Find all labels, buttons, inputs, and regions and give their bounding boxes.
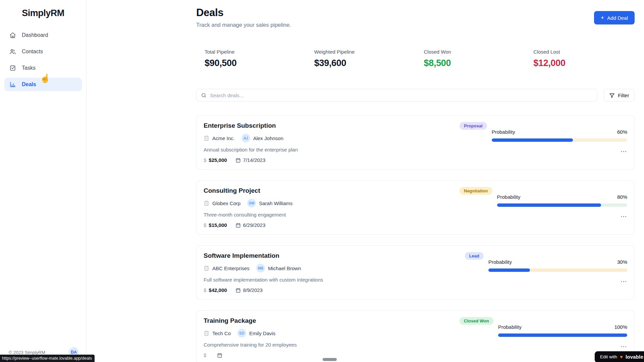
deal-card[interactable]: Training Package Tech Co ED Emily Davis … (196, 310, 635, 362)
deal-contact: Emily Davis (249, 330, 275, 336)
deal-amount: $42,000 (209, 287, 227, 293)
filter-icon (609, 93, 615, 98)
stage-badge: Negotiation (460, 187, 492, 195)
sidebar-item-label: Contacts (22, 49, 43, 55)
edit-with-lovable-badge[interactable]: Edit with ♥ lovable (595, 351, 644, 362)
heart-icon: ♥ (620, 354, 623, 360)
search-input[interactable] (210, 93, 593, 98)
deal-card[interactable]: Software Implementation ABC Enterprises … (196, 245, 635, 300)
status-bar-url: https://preview--userflow-mate.lovable.a… (0, 355, 95, 362)
probability-bar-fill (498, 334, 627, 337)
more-options-icon[interactable]: ⋯ (488, 278, 627, 285)
deal-contact: Michael Brown (268, 265, 301, 271)
lovable-brand-label: lovable (626, 354, 643, 360)
sidebar-item-dashboard[interactable]: Dashboard (4, 28, 82, 42)
contact-avatar: AJ (241, 134, 250, 142)
dollar-icon: $ (204, 352, 206, 358)
page-title: Deals (196, 7, 291, 19)
deal-description: Three-month consulting engagement (204, 212, 292, 218)
stat-closed-won: Closed Won $8,500 (416, 49, 525, 68)
deal-description: Comprehensive training for 20 employees (204, 342, 297, 348)
sidebar-item-label: Tasks (22, 65, 36, 71)
probability-value: 100% (614, 324, 627, 330)
deal-card[interactable]: Consulting Project Globex Corp SW Sarah … (196, 180, 635, 235)
deal-contact: Alex Johnson (253, 135, 283, 141)
stat-value: $12,000 (533, 58, 635, 68)
building-icon (204, 265, 209, 271)
app-logo: SimplyRM (0, 8, 86, 18)
toolbar: Filter (196, 89, 635, 102)
probability-label: Probability (488, 259, 512, 265)
dollar-icon: $ (204, 222, 206, 228)
deal-date: 6/29/2023 (243, 222, 266, 228)
probability-bar-fill (492, 138, 573, 142)
horizontal-scrollbar-thumb[interactable] (323, 358, 337, 361)
probability-label: Probability (497, 194, 521, 200)
stat-label: Closed Lost (533, 49, 635, 55)
sidebar-nav: Dashboard Contacts Tasks Deals (0, 28, 86, 91)
probability-bar-fill (488, 268, 530, 272)
probability-bar (498, 334, 627, 337)
edit-with-label: Edit with (600, 354, 617, 359)
dollar-icon: $ (204, 287, 206, 293)
probability-label: Probability (498, 324, 522, 330)
stat-label: Closed Won (424, 49, 525, 55)
deal-company: Tech Co (212, 330, 231, 336)
probability-bar (488, 268, 627, 272)
sidebar-item-tasks[interactable]: Tasks (4, 61, 82, 75)
sidebar-item-contacts[interactable]: Contacts (4, 45, 82, 58)
probability-bar (497, 203, 628, 207)
more-options-icon[interactable]: ⋯ (492, 148, 627, 155)
stat-label: Weighted Pipeline (314, 49, 416, 55)
bar-chart-icon (9, 81, 16, 88)
main-area: Deals Track and manage your sales pipeli… (87, 0, 644, 362)
deal-company: Acme Inc. (212, 135, 235, 141)
stat-value: $39,600 (314, 58, 416, 68)
building-icon (204, 330, 209, 336)
stat-value: $8,500 (424, 58, 525, 68)
stat-weighted-pipeline: Weighted Pipeline $39,600 (306, 49, 416, 68)
contact-avatar: ED (237, 329, 246, 338)
deal-company: Globex Corp (212, 200, 240, 206)
stat-value: $90,500 (205, 58, 306, 68)
calendar-icon (235, 158, 241, 163)
deal-amount: $25,000 (209, 157, 227, 163)
probability-value: 60% (617, 129, 627, 135)
check-square-icon (9, 65, 16, 71)
calendar-icon (235, 223, 241, 228)
probability-bar-fill (497, 203, 601, 207)
plus-icon: + (601, 14, 604, 21)
more-options-icon[interactable]: ⋯ (497, 213, 628, 220)
sidebar-item-deals[interactable]: Deals (4, 78, 82, 91)
stage-badge: Lead (465, 252, 484, 260)
contact-avatar: SW (247, 199, 256, 207)
more-options-icon[interactable]: ⋯ (498, 343, 627, 350)
deal-date: 7/14/2023 (243, 157, 266, 163)
home-icon (9, 32, 16, 39)
filter-label: Filter (618, 93, 629, 98)
deal-date: 8/9/2023 (243, 287, 263, 293)
building-icon (204, 135, 209, 141)
building-icon (204, 200, 209, 206)
search-box (196, 89, 597, 102)
add-deal-label: Add Deal (607, 15, 628, 21)
deal-company: ABC Enterprises (212, 265, 250, 271)
contact-avatar: MB (256, 264, 265, 273)
sidebar-item-label: Deals (22, 81, 36, 87)
deals-list: Enterprise Subscription Acme Inc. AJ Ale… (196, 115, 635, 362)
dollar-icon: $ (204, 157, 206, 163)
filter-button[interactable]: Filter (604, 89, 635, 102)
deal-title: Training Package (204, 317, 297, 324)
search-icon (201, 93, 207, 98)
calendar-icon (235, 288, 241, 293)
stat-total-pipeline: Total Pipeline $90,500 (196, 49, 306, 68)
sidebar-item-label: Dashboard (22, 32, 48, 38)
deal-card[interactable]: Enterprise Subscription Acme Inc. AJ Ale… (196, 115, 635, 170)
add-deal-button[interactable]: + Add Deal (594, 11, 635, 24)
contacts-icon (9, 48, 16, 55)
probability-value: 30% (617, 259, 627, 265)
stage-badge: Proposal (460, 122, 487, 130)
deal-title: Enterprise Subscription (204, 122, 298, 129)
probability-bar (492, 138, 627, 142)
stat-label: Total Pipeline (205, 49, 306, 55)
